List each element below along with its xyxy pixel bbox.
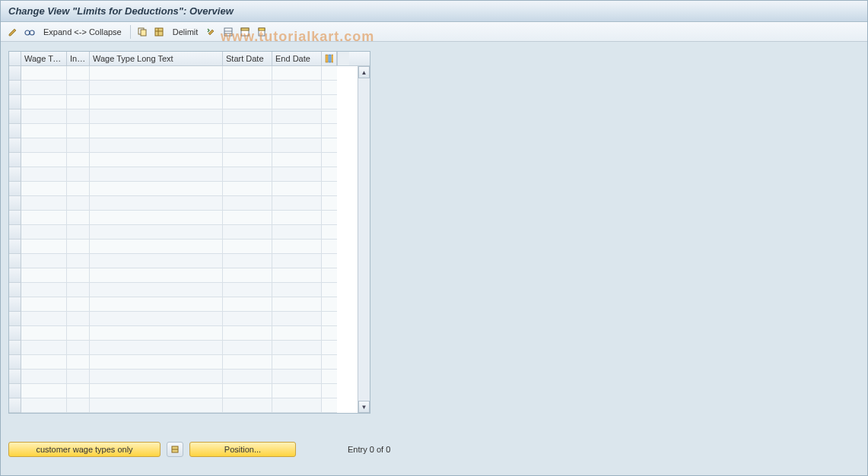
cell-end-date[interactable] (272, 167, 322, 182)
cell-long-text[interactable] (90, 341, 223, 355)
cell-long-text[interactable] (90, 153, 223, 167)
column-header-long-text[interactable]: Wage Type Long Text (90, 52, 223, 65)
cell-end-date[interactable] (272, 268, 322, 283)
cell-inf[interactable] (67, 182, 90, 196)
cell-wage-type[interactable] (21, 211, 67, 225)
cell-wage-type[interactable] (21, 182, 67, 196)
cell-start-date[interactable] (223, 138, 272, 153)
copy-button[interactable] (135, 24, 150, 40)
cell-long-text[interactable] (90, 254, 223, 268)
cell-inf[interactable] (67, 153, 90, 167)
cell-long-text[interactable] (90, 240, 223, 254)
cell-wage-type[interactable] (21, 398, 67, 413)
details-button[interactable] (22, 24, 37, 40)
cell-inf[interactable] (67, 66, 90, 81)
customer-wage-types-button[interactable]: customer wage types only (8, 442, 161, 457)
row-selector[interactable] (9, 254, 21, 268)
cell-long-text[interactable] (90, 297, 223, 312)
cell-inf[interactable] (67, 124, 90, 138)
cell-inf[interactable] (67, 341, 90, 355)
row-selector[interactable] (9, 341, 21, 355)
cell-inf[interactable] (67, 326, 90, 341)
cell-wage-type[interactable] (21, 268, 67, 283)
cell-long-text[interactable] (90, 66, 223, 81)
cell-end-date[interactable] (272, 124, 322, 138)
cell-inf[interactable] (67, 196, 90, 211)
cell-start-date[interactable] (223, 225, 272, 240)
cell-wage-type[interactable] (21, 370, 67, 384)
cell-start-date[interactable] (223, 240, 272, 254)
cell-wage-type[interactable] (21, 138, 67, 153)
cell-wage-type[interactable] (21, 384, 67, 398)
expand-collapse-button[interactable]: Expand <-> Collapse (39, 27, 126, 36)
cell-start-date[interactable] (223, 297, 272, 312)
cell-end-date[interactable] (272, 81, 322, 95)
cell-inf[interactable] (67, 95, 90, 109)
cell-inf[interactable] (67, 398, 90, 413)
row-selector[interactable] (9, 95, 21, 109)
scroll-up-button[interactable]: ▲ (358, 66, 370, 78)
row-selector[interactable] (9, 81, 21, 95)
cell-end-date[interactable] (272, 312, 322, 326)
cell-wage-type[interactable] (21, 109, 67, 124)
cell-wage-type[interactable] (21, 66, 67, 81)
configure-columns-button[interactable] (322, 52, 337, 65)
cell-wage-type[interactable] (21, 196, 67, 211)
cell-end-date[interactable] (272, 196, 322, 211)
cell-wage-type[interactable] (21, 283, 67, 297)
scroll-down-button[interactable]: ▼ (358, 401, 370, 413)
cell-long-text[interactable] (90, 355, 223, 370)
cell-start-date[interactable] (223, 384, 272, 398)
row-selector[interactable] (9, 66, 21, 81)
cell-wage-type[interactable] (21, 167, 67, 182)
row-selector[interactable] (9, 153, 21, 167)
cell-start-date[interactable] (223, 312, 272, 326)
toggle-change-button[interactable] (5, 24, 21, 40)
cell-end-date[interactable] (272, 341, 322, 355)
row-selector[interactable] (9, 211, 21, 225)
position-button[interactable]: Position... (189, 442, 296, 457)
row-selector[interactable] (9, 138, 21, 153)
row-selector[interactable] (9, 182, 21, 196)
cell-long-text[interactable] (90, 124, 223, 138)
cell-end-date[interactable] (272, 326, 322, 341)
cell-end-date[interactable] (272, 225, 322, 240)
cell-long-text[interactable] (90, 138, 223, 153)
row-selector[interactable] (9, 312, 21, 326)
cell-long-text[interactable] (90, 167, 223, 182)
cell-inf[interactable] (67, 297, 90, 312)
cell-inf[interactable] (67, 225, 90, 240)
cell-inf[interactable] (67, 138, 90, 153)
cell-start-date[interactable] (223, 167, 272, 182)
row-selector[interactable] (9, 196, 21, 211)
print-button[interactable] (254, 24, 269, 40)
cell-wage-type[interactable] (21, 95, 67, 109)
cell-inf[interactable] (67, 384, 90, 398)
cell-end-date[interactable] (272, 254, 322, 268)
cell-long-text[interactable] (90, 312, 223, 326)
cell-start-date[interactable] (223, 95, 272, 109)
cell-inf[interactable] (67, 254, 90, 268)
cell-start-date[interactable] (223, 355, 272, 370)
cell-inf[interactable] (67, 355, 90, 370)
cell-start-date[interactable] (223, 398, 272, 413)
cell-start-date[interactable] (223, 196, 272, 211)
cell-start-date[interactable] (223, 81, 272, 95)
cell-end-date[interactable] (272, 109, 322, 124)
scroll-track[interactable] (358, 78, 370, 401)
cell-long-text[interactable] (90, 81, 223, 95)
delimit-button[interactable]: Delimit (168, 27, 203, 36)
row-selector[interactable] (9, 240, 21, 254)
cell-long-text[interactable] (90, 370, 223, 384)
cell-wage-type[interactable] (21, 124, 67, 138)
cell-long-text[interactable] (90, 109, 223, 124)
select-block-button[interactable] (221, 24, 236, 40)
cell-wage-type[interactable] (21, 240, 67, 254)
cell-end-date[interactable] (272, 398, 322, 413)
cell-start-date[interactable] (223, 254, 272, 268)
cell-inf[interactable] (67, 240, 90, 254)
cell-start-date[interactable] (223, 153, 272, 167)
cell-long-text[interactable] (90, 398, 223, 413)
cell-end-date[interactable] (272, 370, 322, 384)
cell-end-date[interactable] (272, 95, 322, 109)
